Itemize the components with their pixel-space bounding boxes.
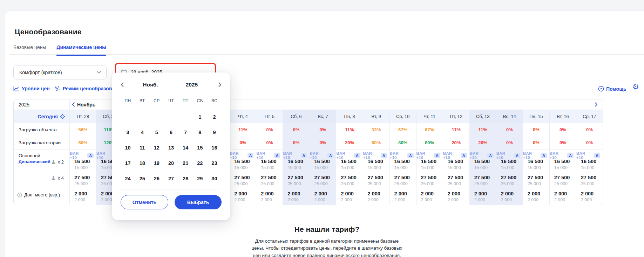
tariff-price-cell[interactable]: BAR +10A16 50015 00027 50025 0002 0002 0… [70,150,96,205]
next-period-nav[interactable] [595,99,598,110]
gear-icon[interactable]: ⚙ [632,83,639,90]
tariff-price-cell[interactable]: BAR +10A16 50015 00027 50025 0002 0002 0… [416,150,443,205]
quad-occupancy-price[interactable]: 27 50025 000 [341,175,356,186]
tariff-price-cell[interactable]: BAR +10A16 50015 00027 50025 0002 0002 0… [470,150,496,205]
double-occupancy-price[interactable]: 16 50015 000 [528,159,543,170]
date-header-cell[interactable]: Сб, 13 [470,110,496,123]
double-occupancy-price[interactable]: 16 50015 000 [314,159,330,170]
extra-bed-price[interactable]: 2 0002 000 [501,191,514,202]
double-occupancy-price[interactable]: 16 50015 000 [581,159,596,170]
calendar-day-26[interactable]: 26 [149,171,164,186]
date-header-cell[interactable]: Чт, 4 [230,110,256,123]
calendar-day-12[interactable]: 12 [149,140,164,155]
calendar-year[interactable]: 2025 [171,82,212,88]
calendar-day-28[interactable]: 28 [178,171,193,186]
quad-occupancy-price[interactable]: 27 50025 000 [394,175,410,186]
date-header-cell[interactable]: Вс, 14 [496,110,523,123]
date-header-cell[interactable]: Вс, 7 [310,110,336,123]
quad-occupancy-price[interactable]: 27 50025 000 [234,175,250,186]
calendar-day-4[interactable]: 4 [135,125,149,140]
tariff-price-cell[interactable]: BAR +10A16 50015 00027 50025 0002 0002 0… [310,150,336,205]
double-occupancy-price[interactable]: 16 50015 000 [234,159,250,170]
tariff-price-cell[interactable]: BAR +10A16 50015 00027 50025 0002 0002 0… [363,150,389,205]
extra-bed-price[interactable]: 2 0002 000 [314,191,327,202]
calendar-day-24[interactable]: 24 [121,171,135,186]
calendar-day-17[interactable]: 17 [121,155,135,171]
extra-bed-price[interactable]: 2 0002 000 [341,191,353,202]
calendar-day-23[interactable]: 23 [207,155,222,171]
double-occupancy-price[interactable]: 16 50015 000 [554,159,570,170]
double-occupancy-price[interactable]: 16 50015 000 [368,159,383,170]
tariff-price-cell[interactable]: BAR +10A16 50015 00027 50025 0002 0002 0… [523,150,549,205]
calendar-prev-month[interactable] [121,82,130,87]
calendar-day-27[interactable]: 27 [164,171,178,186]
calendar-day-18[interactable]: 18 [135,155,149,171]
extra-bed-price[interactable]: 2 0002 000 [261,191,273,202]
date-header-cell[interactable]: Сб, 6 [283,110,309,123]
tariff-price-cell[interactable]: BAR +10A16 50015 00027 50025 0002 0002 0… [496,150,523,205]
date-header-cell[interactable]: Пт, 5 [256,110,283,123]
extra-bed-price[interactable]: 2 0002 000 [474,191,487,202]
calendar-day-5[interactable]: 5 [149,125,164,140]
calendar-next-month[interactable] [212,82,222,87]
calendar-day-30[interactable]: 30 [207,171,222,186]
tariff-price-cell[interactable]: BAR +10A16 50015 00027 50025 0002 0002 0… [256,150,283,205]
extra-bed-price[interactable]: 2 0002 000 [528,191,540,202]
calendar-day-16[interactable]: 16 [207,140,222,155]
info-icon[interactable] [17,193,22,197]
tariff-price-cell[interactable]: BAR +10A16 50015 00027 50025 0002 0002 0… [550,150,576,205]
calendar-day-19[interactable]: 19 [149,155,164,171]
category-select[interactable]: Комфорт (краткое) [13,65,107,79]
double-occupancy-price[interactable]: 16 50015 000 [261,159,276,170]
double-occupancy-price[interactable]: 16 50015 000 [287,159,303,170]
quad-occupancy-price[interactable]: 27 50025 000 [528,175,543,186]
tariff-price-cell[interactable]: BAR +10A16 50015 00027 50025 0002 0002 0… [576,150,603,205]
tariff-price-cell[interactable]: BAR +10A16 50015 00027 50025 0002 0002 0… [230,150,256,205]
extra-bed-price[interactable]: 2 0002 000 [287,191,300,202]
calendar-day-1[interactable]: 1 [193,109,207,125]
quad-occupancy-price[interactable]: 27 50025 000 [501,175,516,186]
date-header-cell[interactable]: Пн, 8 [336,110,362,123]
extra-bed-price[interactable]: 2 0002 000 [581,191,594,202]
tariff-price-cell[interactable]: BAR +10A16 50015 00027 50025 0002 0002 0… [336,150,362,205]
today-button[interactable]: Сегодня [14,110,69,123]
extra-bed-price[interactable]: 2 0002 000 [74,191,87,202]
calendar-day-20[interactable]: 20 [164,155,178,171]
calendar-day-22[interactable]: 22 [193,155,207,171]
help-link[interactable]: ? Помощь [598,86,626,92]
date-header-cell[interactable]: Пт, 12 [443,110,469,123]
extra-bed-price[interactable]: 2 0002 000 [421,191,434,202]
calendar-day-10[interactable]: 10 [121,140,135,155]
tariff-price-cell[interactable]: BAR +10A16 50015 00027 50025 0002 0002 0… [443,150,469,205]
calendar-day-14[interactable]: 14 [178,140,193,155]
calendar-day-15[interactable]: 15 [193,140,207,155]
date-header-cell[interactable]: Ср, 17 [576,110,603,123]
extra-bed-price[interactable]: 2 0002 000 [554,191,567,202]
calendar-day-8[interactable]: 8 [193,125,207,140]
tariff-price-cell[interactable]: BAR +10A16 50015 00027 50025 0002 0002 0… [283,150,309,205]
date-header-cell[interactable]: Чт, 11 [416,110,443,123]
double-occupancy-price[interactable]: 16 50015 000 [501,159,516,170]
extra-bed-price[interactable]: 2 0002 000 [101,191,114,202]
calendar-day-7[interactable]: 7 [178,125,193,140]
price-levels-link[interactable]: Уровни цен [13,86,50,91]
calendar-day-2[interactable]: 2 [207,109,222,125]
double-occupancy-price[interactable]: 16 50015 000 [474,159,490,170]
prev-month-nav[interactable]: Ноябрь [72,99,95,110]
quad-occupancy-price[interactable]: 27 50025 000 [314,175,330,186]
extra-bed-price[interactable]: 2 0002 000 [234,191,247,202]
date-header-cell[interactable]: Пн, 15 [523,110,549,123]
quad-occupancy-price[interactable]: 27 50025 000 [421,175,436,186]
select-button[interactable]: Выбрать [175,195,222,209]
date-header-cell[interactable]: Ср, 10 [390,110,416,123]
double-occupancy-price[interactable]: 16 50015 000 [341,159,356,170]
calendar-month[interactable]: Нояб. [130,82,171,88]
date-header-cell[interactable]: Вт, 9 [363,110,389,123]
date-header-cell[interactable]: Пт, 28 [70,110,96,123]
calendar-day-6[interactable]: 6 [164,125,178,140]
calendar-day-29[interactable]: 29 [193,171,207,186]
quad-occupancy-price[interactable]: 27 50025 000 [74,175,90,186]
extra-bed-price[interactable]: 2 0002 000 [448,191,460,202]
quad-occupancy-price[interactable]: 27 50025 000 [287,175,303,186]
double-occupancy-price[interactable]: 16 50015 000 [448,159,463,170]
